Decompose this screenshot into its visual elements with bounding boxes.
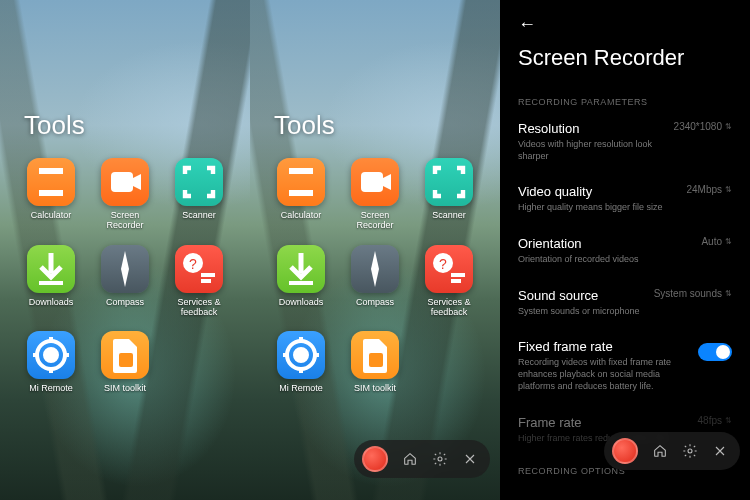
- page-title: Screen Recorder: [518, 45, 732, 71]
- row-subtitle: Recording videos with fixed frame rate e…: [518, 357, 688, 392]
- settings-icon[interactable]: [682, 443, 698, 459]
- back-button[interactable]: ←: [518, 14, 732, 35]
- app-feedback[interactable]: ?Services & feedback: [166, 245, 232, 318]
- recorder-toolbar[interactable]: [604, 432, 740, 470]
- row-title: Fixed frame rate: [518, 339, 688, 354]
- app-label: Downloads: [29, 297, 74, 307]
- compass-icon: [101, 245, 149, 293]
- row-title: Frame rate: [518, 415, 688, 430]
- row-video-quality[interactable]: Video qualityHigher quality means bigger…: [518, 184, 732, 214]
- svg-rect-12: [289, 190, 313, 196]
- app-downloads[interactable]: Downloads: [268, 245, 334, 318]
- app-label: SIM toolkit: [104, 383, 146, 393]
- svg-rect-17: [451, 273, 465, 277]
- record-button[interactable]: [612, 438, 638, 464]
- row-orientation[interactable]: OrientationOrientation of recorded video…: [518, 236, 732, 266]
- app-calculator[interactable]: Calculator: [18, 158, 84, 231]
- app-label: Scanner: [432, 210, 466, 220]
- svg-text:?: ?: [189, 256, 197, 272]
- row-value: System sounds⇅: [654, 288, 732, 299]
- row-sound-source[interactable]: Sound sourceSystem sounds or microphone …: [518, 288, 732, 318]
- svg-point-8: [45, 349, 57, 361]
- app-label: Services & feedback: [169, 297, 229, 318]
- svg-rect-11: [289, 168, 313, 174]
- screen-recorder-icon: [351, 158, 399, 206]
- screen-recorder-icon: [101, 158, 149, 206]
- remote-icon: [27, 331, 75, 379]
- app-calculator[interactable]: Calculator: [268, 158, 334, 231]
- compass-icon: [351, 245, 399, 293]
- chevron-updown-icon: ⇅: [725, 416, 732, 425]
- app-mi-remote[interactable]: Mi Remote: [268, 331, 334, 393]
- app-grid: Calculator Screen Recorder Scanner Downl…: [18, 158, 232, 394]
- app-label: Mi Remote: [29, 383, 73, 393]
- close-icon[interactable]: [712, 443, 728, 459]
- app-screen-recorder[interactable]: Screen Recorder: [342, 158, 408, 231]
- svg-point-19: [295, 349, 307, 361]
- app-downloads[interactable]: Downloads: [18, 245, 84, 318]
- app-label: Mi Remote: [279, 383, 323, 393]
- svg-rect-13: [361, 172, 383, 192]
- folder-title: Tools: [274, 110, 335, 141]
- phone-tools-folder: Tools Calculator Screen Recorder Scanner…: [0, 0, 250, 500]
- row-value: 2340*1080⇅: [674, 121, 732, 132]
- chevron-updown-icon: ⇅: [725, 185, 732, 194]
- svg-text:?: ?: [439, 256, 447, 272]
- home-icon[interactable]: [402, 451, 418, 467]
- svg-point-22: [438, 457, 442, 461]
- app-feedback[interactable]: ?Services & feedback: [416, 245, 482, 318]
- calculator-icon: [277, 158, 325, 206]
- row-resolution[interactable]: ResolutionVideos with higher resolution …: [518, 121, 732, 162]
- row-title: Resolution: [518, 121, 664, 136]
- home-icon[interactable]: [652, 443, 668, 459]
- recorder-toolbar[interactable]: [354, 440, 490, 478]
- row-fixed-frame-rate[interactable]: Fixed frame rateRecording videos with fi…: [518, 339, 732, 392]
- section-recording-parameters: RECORDING PARAMETERS: [518, 97, 732, 107]
- remote-icon: [277, 331, 325, 379]
- svg-rect-14: [289, 281, 313, 285]
- app-scanner[interactable]: Scanner: [166, 158, 232, 231]
- feedback-icon: ?: [175, 245, 223, 293]
- close-icon[interactable]: [462, 451, 478, 467]
- app-label: Screen Recorder: [95, 210, 155, 231]
- app-label: SIM toolkit: [354, 383, 396, 393]
- app-label: Calculator: [31, 210, 72, 220]
- row-value: 24Mbps⇅: [686, 184, 732, 195]
- app-grid: Calculator Screen Recorder Scanner Downl…: [268, 158, 482, 394]
- row-title: Orientation: [518, 236, 691, 251]
- app-screen-recorder[interactable]: Screen Recorder: [92, 158, 158, 231]
- app-sim-toolkit[interactable]: SIM toolkit: [92, 331, 158, 393]
- app-label: Calculator: [281, 210, 322, 220]
- app-compass[interactable]: Compass: [342, 245, 408, 318]
- row-title: Sound source: [518, 288, 644, 303]
- row-subtitle: Higher quality means bigger file size: [518, 202, 676, 214]
- svg-rect-3: [39, 281, 63, 285]
- row-value: 48fps⇅: [698, 415, 732, 426]
- toggle-fixed-frame-rate[interactable]: [698, 343, 732, 361]
- downloads-icon: [27, 245, 75, 293]
- svg-rect-10: [119, 353, 133, 367]
- svg-rect-0: [39, 168, 63, 174]
- app-label: Compass: [356, 297, 394, 307]
- app-sim-toolkit[interactable]: SIM toolkit: [342, 331, 408, 393]
- phone-recorder-settings: ← Screen Recorder RECORDING PARAMETERS R…: [500, 0, 750, 500]
- row-subtitle: System sounds or microphone: [518, 306, 644, 318]
- record-button[interactable]: [362, 446, 388, 472]
- app-label: Scanner: [182, 210, 216, 220]
- row-subtitle: Videos with higher resolution look sharp…: [518, 139, 664, 162]
- calculator-icon: [27, 158, 75, 206]
- folder-title: Tools: [24, 110, 85, 141]
- svg-rect-18: [451, 279, 461, 283]
- app-compass[interactable]: Compass: [92, 245, 158, 318]
- sim-icon: [101, 331, 149, 379]
- settings-icon[interactable]: [432, 451, 448, 467]
- app-mi-remote[interactable]: Mi Remote: [18, 331, 84, 393]
- row-value: Auto⇅: [701, 236, 732, 247]
- phone-tools-with-toolbar: Tools Calculator Screen Recorder Scanner…: [250, 0, 500, 500]
- svg-rect-7: [201, 279, 211, 283]
- sim-icon: [351, 331, 399, 379]
- app-scanner[interactable]: Scanner: [416, 158, 482, 231]
- scanner-icon: [175, 158, 223, 206]
- feedback-icon: ?: [425, 245, 473, 293]
- app-label: Downloads: [279, 297, 324, 307]
